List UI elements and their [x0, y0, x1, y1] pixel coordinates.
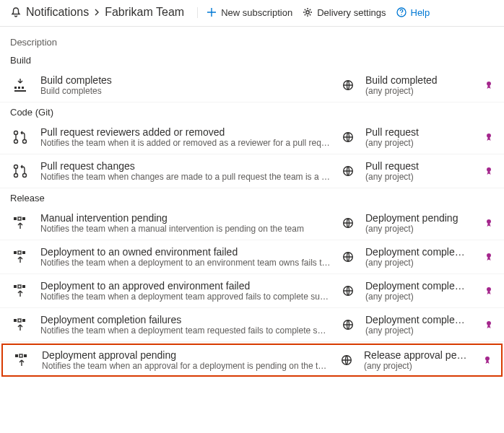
event-title: Deployment comple…	[365, 280, 474, 292]
subscription-row[interactable]: Deployment to an owned environment faile…	[0, 240, 504, 274]
toolbar: New subscription Delivery settings Help	[197, 7, 430, 18]
build-icon	[10, 76, 30, 94]
row-desc: Notifies the team when a deployment to a…	[40, 258, 331, 268]
event-scope: (any project)	[365, 258, 474, 268]
row-event: Deployment comple…(any project)	[365, 280, 474, 302]
row-event: Build completed(any project)	[365, 74, 474, 96]
svg-rect-29	[19, 354, 22, 357]
new-subscription-button[interactable]: New subscription	[207, 7, 292, 18]
help-label: Help	[411, 7, 430, 18]
row-desc: Notifies the team when changes are made …	[40, 172, 331, 182]
svg-point-0	[306, 11, 309, 14]
globe-icon	[341, 319, 355, 331]
subscription-row[interactable]: Deployment completion failuresNotifies t…	[0, 308, 504, 342]
badge-icon	[484, 167, 494, 175]
svg-point-8	[14, 165, 18, 169]
row-desc: Notifies the team when a deployment team…	[40, 325, 331, 336]
group-label: Release	[0, 188, 504, 206]
row-main: Deployment to an owned environment faile…	[40, 246, 331, 268]
svg-rect-26	[22, 319, 25, 322]
svg-rect-16	[14, 251, 17, 254]
delivery-settings-button[interactable]: Delivery settings	[303, 7, 386, 18]
svg-rect-13	[18, 217, 21, 220]
svg-rect-18	[22, 251, 25, 254]
subscription-row[interactable]: Deployment to an approved environment fa…	[0, 274, 504, 308]
svg-point-5	[14, 140, 18, 144]
header: Notifications Fabrikam Team New subscrip…	[0, 0, 504, 27]
badge-icon	[484, 287, 494, 295]
subscription-row[interactable]: Pull request changesNotifies the team wh…	[0, 154, 504, 188]
pr-icon	[10, 162, 30, 180]
row-desc: Notifies the team when a deployment team…	[40, 292, 331, 302]
row-event: Pull request(any project)	[365, 126, 474, 148]
row-event: Deployment comple…(any project)	[365, 246, 474, 268]
globe-icon	[341, 79, 355, 91]
globe-icon	[341, 285, 355, 297]
event-scope: (any project)	[364, 361, 472, 371]
svg-rect-22	[22, 285, 25, 288]
breadcrumb: Notifications Fabrikam Team	[10, 6, 184, 19]
svg-point-10	[23, 174, 27, 178]
subscription-row[interactable]: Manual intervention pendingNotifies the …	[0, 206, 504, 240]
row-main: Deployment approval pendingNotifies the …	[42, 349, 329, 371]
pr-icon	[10, 128, 30, 146]
svg-rect-20	[14, 285, 17, 288]
row-title: Pull request changes	[40, 160, 331, 172]
subscription-row[interactable]: Build completesBuild completes Build com…	[0, 69, 504, 102]
svg-rect-28	[15, 354, 18, 357]
delivery-settings-label: Delivery settings	[317, 7, 386, 18]
event-scope: (any project)	[365, 325, 474, 336]
deploy-icon	[12, 351, 32, 369]
event-title: Deployment comple…	[365, 314, 474, 325]
event-title: Deployment comple…	[365, 246, 474, 258]
badge-icon	[484, 320, 494, 329]
breadcrumb-root[interactable]: Notifications	[26, 6, 89, 19]
help-button[interactable]: Help	[396, 7, 430, 18]
column-header-description: Description	[0, 27, 504, 51]
plus-icon	[207, 7, 217, 17]
row-desc: Notifies the team when an approval for a…	[42, 361, 329, 371]
row-main: Deployment to an approved environment fa…	[40, 280, 331, 302]
row-main: Deployment completion failuresNotifies t…	[40, 314, 331, 336]
svg-rect-14	[22, 217, 25, 220]
badge-icon	[484, 133, 494, 141]
deploy-icon	[10, 316, 30, 333]
row-event: Deployment comple…(any project)	[365, 314, 474, 336]
row-title: Deployment to an owned environment faile…	[40, 246, 331, 258]
new-subscription-label: New subscription	[221, 7, 292, 18]
row-main: Pull request reviewers added or removedN…	[40, 126, 331, 148]
svg-rect-21	[18, 285, 21, 288]
group-label: Code (Git)	[0, 102, 504, 121]
bell-icon	[10, 6, 22, 18]
row-main: Pull request changesNotifies the team wh…	[40, 160, 331, 182]
globe-icon	[341, 251, 355, 263]
subscription-row[interactable]: Deployment approval pendingNotifies the …	[1, 344, 503, 377]
event-scope: (any project)	[365, 138, 474, 148]
subscription-list: Build Build completesBuild completes Bui…	[0, 51, 504, 377]
event-title: Release approval pe…	[364, 349, 472, 361]
gear-icon	[303, 7, 313, 17]
row-title: Deployment to an approved environment fa…	[40, 280, 331, 292]
row-desc: Notifies the team when a manual interven…	[40, 224, 331, 234]
globe-icon	[341, 165, 355, 177]
badge-icon	[482, 356, 492, 364]
event-scope: (any project)	[365, 224, 474, 234]
event-title: Build completed	[365, 74, 474, 86]
help-icon	[396, 7, 407, 17]
event-title: Pull request	[365, 126, 474, 138]
event-title: Deployment pending	[365, 212, 474, 224]
svg-point-2	[401, 14, 401, 15]
subscription-row[interactable]: Pull request reviewers added or removedN…	[0, 121, 504, 154]
breadcrumb-leaf: Fabrikam Team	[105, 6, 184, 19]
row-title: Build completes	[40, 74, 331, 86]
svg-rect-24	[14, 319, 17, 322]
deploy-icon	[10, 214, 30, 232]
svg-rect-12	[14, 217, 17, 220]
row-event: Deployment pending(any project)	[365, 212, 474, 234]
svg-point-6	[23, 140, 27, 144]
svg-point-4	[14, 131, 18, 135]
row-desc: Build completes	[40, 86, 331, 96]
badge-icon	[484, 219, 494, 227]
row-event: Release approval pe…(any project)	[364, 349, 472, 371]
badge-icon	[484, 81, 494, 89]
